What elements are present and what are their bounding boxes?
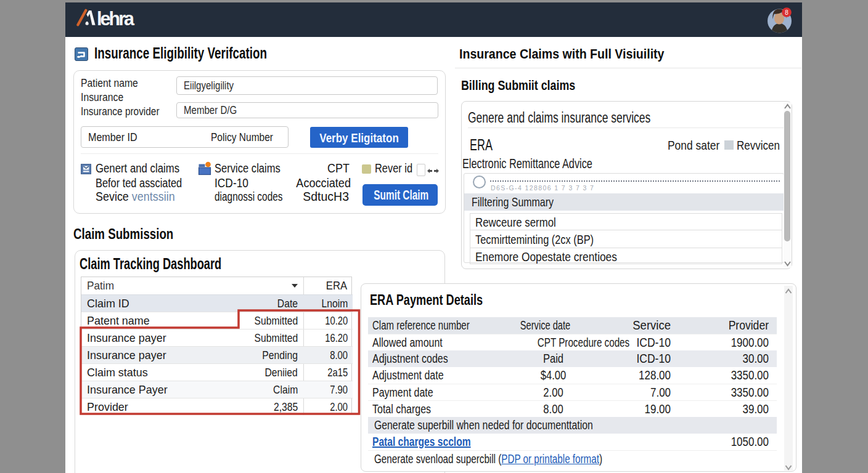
svg-text:lehra: lehra xyxy=(97,8,135,29)
svg-text:8: 8 xyxy=(785,9,788,16)
